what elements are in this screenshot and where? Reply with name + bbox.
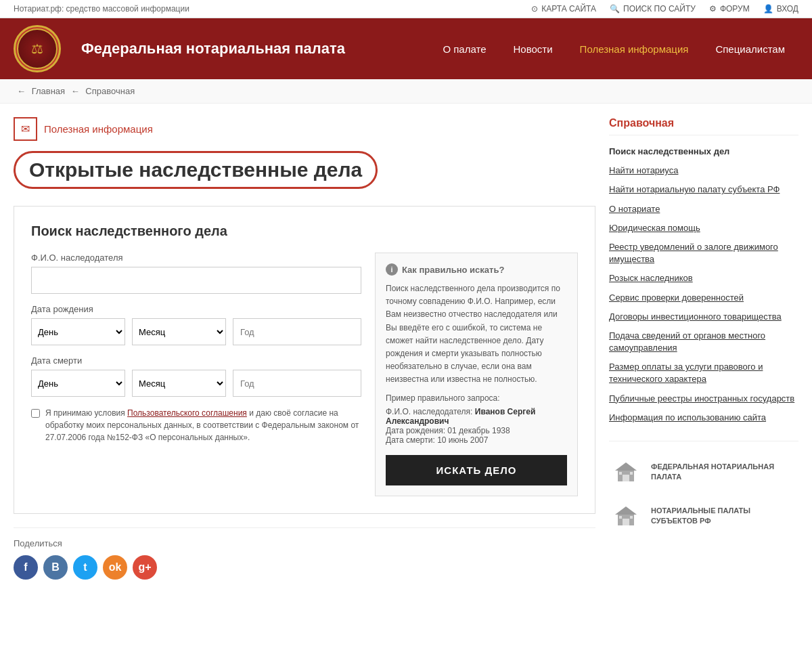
sidebar-bottom-np: НОТАРИАЛЬНЫЕ ПАЛАТЫ СУБЪЕКТОВ РФ xyxy=(609,499,798,533)
sidebar-link-7[interactable]: Договоры инвестиционного товарищества xyxy=(609,311,798,323)
sidebar-link-2[interactable]: О нотариате xyxy=(609,203,798,215)
fio-label: Ф.И.О. наследодателя xyxy=(31,253,361,263)
logo: ⚖ xyxy=(14,25,61,72)
odnoklassniki-icon[interactable]: ok xyxy=(103,555,127,580)
googleplus-icon[interactable]: g+ xyxy=(133,555,157,580)
search-button[interactable]: ИСКАТЬ ДЕЛО xyxy=(386,455,567,485)
page-info-bar: ✉ Полезная информация xyxy=(14,117,595,141)
sidebar-link-11[interactable]: Информация по использованию сайта xyxy=(609,412,798,424)
breadcrumb-home[interactable]: Главная xyxy=(32,86,65,96)
search-btn-area: ИСКАТЬ ДЕЛО xyxy=(386,455,567,485)
twitter-icon[interactable]: t xyxy=(73,555,97,580)
example-birth: 01 декабрь 1938 xyxy=(447,426,510,435)
info-panel-header: i Как правильно искать? xyxy=(386,263,567,276)
birth-date-row: День 12345 678910 1112131415 1617181920 … xyxy=(31,318,361,345)
birth-year-input[interactable] xyxy=(233,318,361,345)
info-panel-example: Пример правильного запроса: Ф.И.О. насле… xyxy=(386,393,567,445)
sidebar-link-0[interactable]: Найти нотариуса xyxy=(609,165,798,177)
header: ⚖ Федеральная нотариальная палата О пала… xyxy=(0,18,812,79)
svg-rect-7 xyxy=(623,519,629,525)
top-bar-links: ⊙ КАРТА САЙТА 🔍 ПОИСК ПО САЙТУ ⚙ ФОРУМ 👤… xyxy=(531,4,798,14)
forum-link[interactable]: ⚙ ФОРУМ xyxy=(709,4,750,14)
page-info-icon: ✉ xyxy=(14,117,37,141)
fio-field-group: Ф.И.О. наследодателя xyxy=(31,253,361,294)
map-icon: ⊙ xyxy=(531,4,538,14)
login-link[interactable]: 👤 ВХОД xyxy=(763,4,798,14)
breadcrumb-separator: ← xyxy=(71,86,83,96)
sidebar-link-10[interactable]: Публичные реестры иностранных государств xyxy=(609,393,798,405)
page-heading: Открытые наследственные дела xyxy=(14,151,378,189)
death-label: Дата смерти xyxy=(31,355,361,366)
form-area: Поиск наследственного дела Ф.И.О. наслед… xyxy=(14,206,595,514)
top-bar: Нотариат.рф: средство массовой информаци… xyxy=(0,0,812,18)
sidebar-link-9[interactable]: Размер оплаты за услуги правового и техн… xyxy=(609,361,798,385)
info-panel-title: Как правильно искать? xyxy=(402,265,504,275)
building-icon xyxy=(609,455,643,489)
birth-month-select[interactable]: Месяц ЯнварьФевральМартАпрель МайИюньИюл… xyxy=(132,318,226,345)
sidebar-np-text: НОТАРИАЛЬНЫЕ ПАЛАТЫ СУБЪЕКТОВ РФ xyxy=(651,506,798,527)
death-field-group: Дата смерти День 12345 678910 1112131415… xyxy=(31,355,361,397)
user-icon: 👤 xyxy=(763,4,773,14)
sidebar-link-4[interactable]: Реестр уведомлений о залоге движимого им… xyxy=(609,241,798,265)
nav-useful[interactable]: Полезная информация xyxy=(566,18,702,79)
death-month-select[interactable]: Месяц ЯнварьФевральМартАпрель МайИюньИюл… xyxy=(132,370,226,397)
building2-icon xyxy=(609,499,643,533)
consent-checkbox[interactable] xyxy=(31,409,40,418)
sidebar-fnp-text: ФЕДЕРАЛЬНАЯ НОТАРИАЛЬНАЯ ПАЛАТА xyxy=(651,462,798,483)
sidebar-link-5[interactable]: Розыск наследников xyxy=(609,272,798,284)
svg-rect-4 xyxy=(630,472,633,475)
nav-about[interactable]: О палате xyxy=(429,18,499,79)
logo-area: ⚖ xyxy=(14,25,61,72)
main-nav: О палате Новости Полезная информация Спе… xyxy=(429,18,798,79)
sidebar-link-8[interactable]: Подача сведений от органов местного само… xyxy=(609,330,798,354)
info-panel-text: Поиск наследственного дела производится … xyxy=(386,282,567,387)
sidebar-link-active[interactable]: Поиск наследственных дел xyxy=(609,146,798,158)
sidebar-link-3[interactable]: Юридическая помощь xyxy=(609,222,798,234)
forum-icon: ⚙ xyxy=(709,4,717,14)
birth-day-select[interactable]: День 12345 678910 1112131415 1617181920 … xyxy=(31,318,125,345)
user-agreement-link[interactable]: Пользовательского соглашения xyxy=(127,408,247,418)
map-link[interactable]: ⊙ КАРТА САЙТА xyxy=(531,4,596,14)
heading-wrapper: Открытые наследственные дела xyxy=(14,151,378,189)
consent-text: Я принимаю условия Пользовательского сог… xyxy=(45,407,361,443)
svg-marker-6 xyxy=(615,506,637,515)
site-title: Федеральная нотариальная палата xyxy=(81,40,345,58)
svg-marker-1 xyxy=(615,462,637,471)
search-link[interactable]: 🔍 ПОИСК ПО САЙТУ xyxy=(610,4,696,14)
main-content: ✉ Полезная информация Открытые наследств… xyxy=(14,117,595,580)
logo-inner: ⚖ xyxy=(17,28,58,69)
facebook-icon[interactable]: f xyxy=(14,555,38,580)
example-death-label: Дата смерти: xyxy=(386,435,435,445)
search-icon: 🔍 xyxy=(610,4,620,14)
sidebar-title: Справочная xyxy=(609,117,798,135)
breadcrumb-reference[interactable]: Справочная xyxy=(85,86,135,96)
svg-rect-2 xyxy=(623,475,629,481)
nav-news[interactable]: Новости xyxy=(500,18,566,79)
svg-rect-8 xyxy=(619,516,622,519)
form-left: Ф.И.О. наследодателя Дата рождения День … xyxy=(31,253,361,496)
death-day-select[interactable]: День 12345 678910 1112131415 1617181920 … xyxy=(31,370,125,397)
content-wrapper: ✉ Полезная информация Открытые наследств… xyxy=(0,104,812,593)
page-info-label: Полезная информация xyxy=(44,123,153,135)
sidebar-link-1[interactable]: Найти нотариальную палату субъекта РФ xyxy=(609,183,798,196)
breadcrumb-arrow-1: ← xyxy=(17,86,26,96)
sidebar-bottom: ФЕДЕРАЛЬНАЯ НОТАРИАЛЬНАЯ ПАЛАТА НОТАРИАЛ… xyxy=(609,441,798,533)
social-icons: f В t ok g+ xyxy=(14,555,595,580)
sidebar-bottom-fnp: ФЕДЕРАЛЬНАЯ НОТАРИАЛЬНАЯ ПАЛАТА xyxy=(609,455,798,489)
example-birth-label: Дата рождения: xyxy=(386,426,445,435)
vkontakte-icon[interactable]: В xyxy=(43,555,68,580)
example-label: Пример правильного запроса: xyxy=(386,393,567,403)
death-year-input[interactable] xyxy=(233,370,361,397)
share-area: Поделиться f В t ok g+ xyxy=(14,527,595,580)
site-description: Нотариат.рф: средство массовой информаци… xyxy=(14,4,189,14)
fio-input[interactable] xyxy=(31,267,361,294)
example-death: 10 июнь 2007 xyxy=(437,435,488,445)
form-right: i Как правильно искать? Поиск наследстве… xyxy=(375,253,578,496)
sidebar-link-6[interactable]: Сервис проверки доверенностей xyxy=(609,292,798,304)
info-circle-icon: i xyxy=(386,263,398,276)
sidebar: Справочная Поиск наследственных дел Найт… xyxy=(609,117,798,580)
form-layout: Ф.И.О. наследодателя Дата рождения День … xyxy=(31,253,578,496)
nav-specialists[interactable]: Специалистам xyxy=(702,18,798,79)
birth-field-group: Дата рождения День 12345 678910 11121314… xyxy=(31,304,361,345)
birth-label: Дата рождения xyxy=(31,304,361,314)
